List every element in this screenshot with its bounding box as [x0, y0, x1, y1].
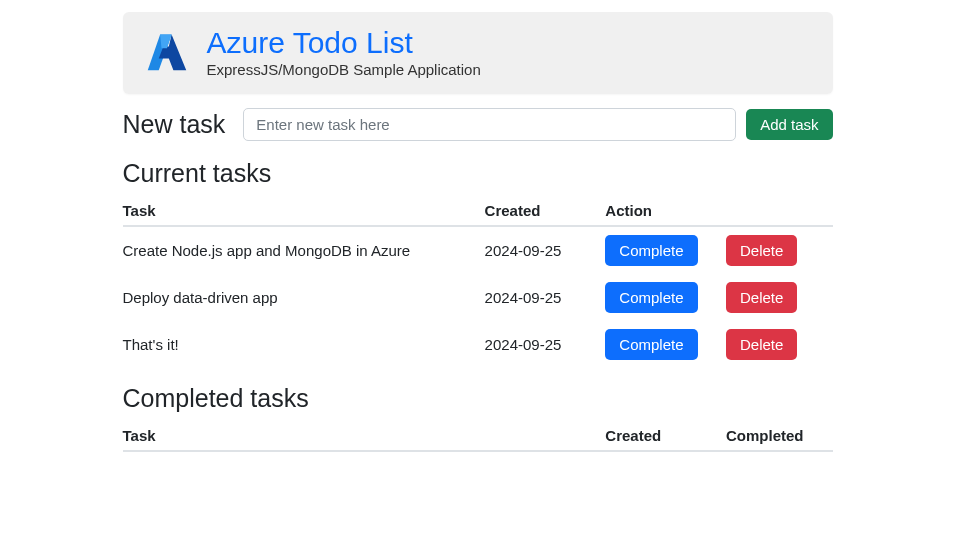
app-subtitle: ExpressJS/MongoDB Sample Application: [207, 61, 481, 78]
current-header-created: Created: [485, 196, 606, 226]
complete-button[interactable]: Complete: [605, 329, 697, 360]
task-complete-cell: Complete: [605, 274, 726, 321]
complete-button[interactable]: Complete: [605, 235, 697, 266]
completed-header-created: Created: [605, 421, 726, 451]
delete-button[interactable]: Delete: [726, 329, 797, 360]
task-created-cell: 2024-09-25: [485, 321, 606, 368]
delete-button[interactable]: Delete: [726, 282, 797, 313]
table-row: Deploy data-driven app2024-09-25Complete…: [123, 274, 833, 321]
completed-tasks-title: Completed tasks: [123, 384, 833, 413]
task-delete-cell: Delete: [726, 226, 833, 274]
task-name-cell: Create Node.js app and MongoDB in Azure: [123, 226, 485, 274]
add-task-button[interactable]: Add task: [746, 109, 832, 140]
new-task-input[interactable]: [243, 108, 736, 141]
task-created-cell: 2024-09-25: [485, 274, 606, 321]
task-complete-cell: Complete: [605, 321, 726, 368]
task-name-cell: Deploy data-driven app: [123, 274, 485, 321]
task-delete-cell: Delete: [726, 321, 833, 368]
completed-tasks-table: Task Created Completed: [123, 421, 833, 452]
delete-button[interactable]: Delete: [726, 235, 797, 266]
current-header-task: Task: [123, 196, 485, 226]
completed-header-completed: Completed: [726, 421, 833, 451]
completed-header-task: Task: [123, 421, 606, 451]
task-delete-cell: Delete: [726, 274, 833, 321]
task-complete-cell: Complete: [605, 226, 726, 274]
azure-logo-icon: [145, 30, 189, 74]
new-task-form: New task Add task: [123, 108, 833, 141]
current-tasks-table: Task Created Action Create Node.js app a…: [123, 196, 833, 368]
app-title: Azure Todo List: [207, 26, 481, 59]
task-created-cell: 2024-09-25: [485, 226, 606, 274]
current-header-blank: [726, 196, 833, 226]
current-header-action: Action: [605, 196, 726, 226]
table-row: That's it!2024-09-25CompleteDelete: [123, 321, 833, 368]
new-task-label: New task: [123, 110, 226, 139]
complete-button[interactable]: Complete: [605, 282, 697, 313]
current-tasks-title: Current tasks: [123, 159, 833, 188]
table-row: Create Node.js app and MongoDB in Azure2…: [123, 226, 833, 274]
task-name-cell: That's it!: [123, 321, 485, 368]
app-header: Azure Todo List ExpressJS/MongoDB Sample…: [123, 12, 833, 94]
